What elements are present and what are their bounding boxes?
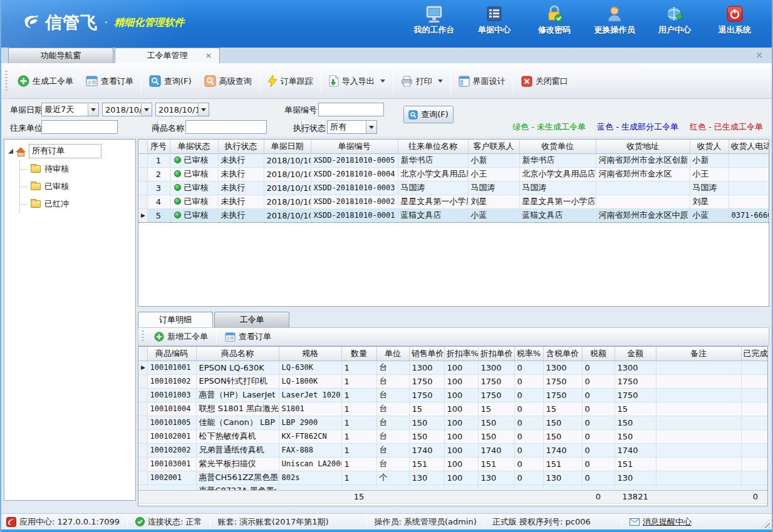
tab-work-order-mgmt[interactable]: 工令单管理 ×	[115, 48, 220, 63]
column-header[interactable]: 执行状态	[218, 140, 264, 153]
print-button[interactable]: 打印	[395, 69, 449, 94]
dropdown-caret-icon[interactable]	[438, 79, 443, 83]
tab-function-nav[interactable]: 功能导航窗	[8, 48, 113, 63]
column-header[interactable]: 序号	[147, 140, 170, 153]
order-row[interactable]: 3 已审核 未执行 2018/10/10 XSDD-20181010-0003 …	[138, 181, 769, 195]
column-header[interactable]: 商品编码	[147, 347, 196, 361]
row-selector-cell	[138, 167, 147, 181]
product-field[interactable]: …	[185, 120, 267, 134]
tab-strip: 功能导航窗 工令单管理 × ×	[1, 48, 772, 64]
detail-row[interactable]: 100101005 佳能（Canon） LBP LBP 2900 1 台 150…	[138, 416, 768, 429]
detail-row[interactable]: 100101003 惠普（HP）LaserJet LaserJet 1020 1…	[138, 388, 768, 402]
tab-close-icon[interactable]: ×	[204, 51, 213, 61]
column-header[interactable]: 金额	[615, 347, 656, 361]
tab-work-order[interactable]: 工令单	[214, 312, 289, 327]
partial-detail-row[interactable]: 惠普C8727A 黑色墨盒	[138, 484, 768, 490]
row-selector-cell	[138, 402, 147, 416]
column-header[interactable]: 规格	[279, 347, 341, 361]
column-header[interactable]: 商品名称	[196, 347, 279, 361]
nav-exit-system[interactable]: 退出系统	[709, 5, 760, 36]
date-range-combo[interactable]: 最近7天	[41, 103, 99, 116]
ui-design-button[interactable]: 界面设计	[452, 69, 512, 94]
column-header[interactable]: 折扣单价	[478, 347, 514, 361]
nav-document-center[interactable]: 单据中心	[469, 5, 520, 36]
add-workorder-button[interactable]: 新增工令单	[148, 331, 214, 342]
column-header[interactable]: 收货单位	[519, 140, 596, 153]
dropdown-arrow-icon[interactable]	[141, 103, 152, 116]
nav-switch-operator[interactable]: 更换操作员	[589, 5, 640, 36]
column-header[interactable]: 单位	[376, 347, 409, 361]
toolbar-separator	[393, 69, 393, 93]
import-export-button[interactable]: 导入导出	[323, 69, 392, 94]
column-header[interactable]: 数量	[341, 347, 376, 361]
advanced-query-button[interactable]: 高级查询	[198, 69, 258, 94]
column-header[interactable]: 含税单价	[543, 347, 582, 361]
column-header[interactable]: 单据日期	[264, 140, 311, 153]
tree-node[interactable]: 待审核	[20, 160, 135, 178]
toolbar-grip	[142, 330, 144, 343]
date-from-combo[interactable]: 2018/10/3	[102, 103, 152, 116]
tree-expander-icon[interactable]	[8, 149, 13, 154]
nav-my-workbench[interactable]: 我的工作台	[408, 5, 460, 36]
close-window-button[interactable]: 关闭窗口	[515, 69, 574, 94]
column-header[interactable]: 销售单价	[409, 347, 444, 361]
column-header[interactable]: 税额	[582, 347, 615, 361]
view-order-button[interactable]: 查看订单	[219, 331, 278, 342]
tree-node[interactable]: 已红冲	[20, 195, 135, 213]
date-to-combo[interactable]: 2018/10/10	[155, 103, 209, 116]
order-tracking-button[interactable]: 订单跟踪	[261, 69, 319, 94]
tree-node[interactable]: 已审核	[20, 178, 135, 195]
search-button[interactable]: 查询(F)	[403, 106, 454, 123]
detail-row[interactable]: ▶ 100101001 EPSON LQ-630K LQ-630K 1 台 13…	[138, 361, 768, 374]
tab-order-detail[interactable]: 订单明细	[138, 312, 213, 327]
nav-user-center[interactable]: 用户中心	[649, 5, 700, 36]
row-selector-cell	[138, 374, 147, 388]
order-row[interactable]: ▶ 5 已审核 未执行 2018/10/10 XSDD-20181010-000…	[138, 208, 769, 222]
partner-field[interactable]: …	[41, 120, 118, 134]
dropdown-arrow-icon[interactable]	[198, 103, 209, 116]
column-header[interactable]: 税率%	[514, 347, 543, 361]
query-button[interactable]: 查询(F)	[143, 69, 198, 94]
nav-change-password[interactable]: 修改密码	[529, 5, 580, 36]
order-row[interactable]: 2 已审核 未执行 2018/10/10 XSDD-20181010-0004 …	[138, 167, 769, 181]
generate-workorder-button[interactable]: 生成工令单	[11, 69, 80, 94]
column-header[interactable]: 往来单位名称	[398, 140, 468, 153]
summary-done: 0	[741, 490, 768, 503]
resize-grip[interactable]	[761, 519, 770, 528]
view-order-button[interactable]: 查看订单	[80, 69, 140, 94]
detail-row[interactable]: 100101004 联想 S1801 黑白激光 S1801 1 台 15 100…	[138, 402, 768, 416]
dropdown-arrow-icon[interactable]	[88, 103, 98, 116]
message-center-link[interactable]: 消息提醒中心	[630, 516, 692, 528]
product-input[interactable]	[186, 121, 301, 133]
exec-status-combo[interactable]: 所有	[327, 120, 377, 134]
plus-circle-icon	[154, 332, 164, 342]
partner-input[interactable]	[42, 121, 157, 133]
search-blue-icon	[408, 110, 418, 120]
brand-subtitle: 精细化管理软件	[114, 16, 184, 29]
column-header[interactable]: 已完成	[741, 347, 768, 361]
column-header[interactable]: 收货人	[690, 140, 729, 153]
column-header[interactable]: 收货地址	[596, 140, 690, 153]
detail-row[interactable]: 100102002 兄弟普通纸传真机 FAX-888 1 台 1740 100 …	[138, 443, 768, 457]
orders-grid: 序号单据状态执行状态单据日期单据编号往来单位名称客户联系人收货单位收货地址收货人…	[138, 139, 769, 307]
detail-row[interactable]: 100102001 松下热敏传真机 KX-FT862CN 1 台 150 100…	[138, 429, 768, 443]
detail-row[interactable]: 100103001 紫光平板扫描仪 Uniscan LA2000 1 台 151…	[138, 457, 768, 471]
app-nav: 我的工作台 单据中心 修改密码	[408, 5, 760, 36]
tree-node-all-orders[interactable]: 所有订单	[4, 142, 135, 160]
column-header[interactable]: 折扣率%	[444, 347, 478, 361]
column-header[interactable]: 单据状态	[170, 140, 218, 153]
column-header[interactable]: 单据编号	[311, 140, 398, 153]
doc-no-field[interactable]	[318, 103, 384, 116]
dropdown-arrow-icon[interactable]	[366, 121, 376, 133]
license-status: 正式版 授权序列号: pc006	[492, 516, 591, 528]
tabstrip-close-icon[interactable]: ×	[754, 50, 764, 60]
column-header[interactable]: 收货人电话	[729, 140, 769, 153]
order-row[interactable]: 1 已审核 未执行 2018/10/10 XSDD-20181010-0005 …	[138, 153, 769, 167]
detail-row[interactable]: 1002001 惠普CH561ZZ黑色墨盒 802s 1 个 130 100 1…	[138, 471, 768, 484]
order-row[interactable]: 4 已审核 未执行 2018/10/10 XSDD-20181010-0002 …	[138, 195, 769, 208]
dropdown-caret-icon[interactable]	[380, 79, 385, 83]
column-header[interactable]: 备注	[656, 347, 741, 361]
column-header[interactable]: 客户联系人	[468, 140, 519, 153]
detail-row[interactable]: 100101002 EPSON针式打印机 LQ-1800K 1 台 1750 1…	[138, 374, 768, 388]
status-ball-icon	[174, 212, 181, 218]
